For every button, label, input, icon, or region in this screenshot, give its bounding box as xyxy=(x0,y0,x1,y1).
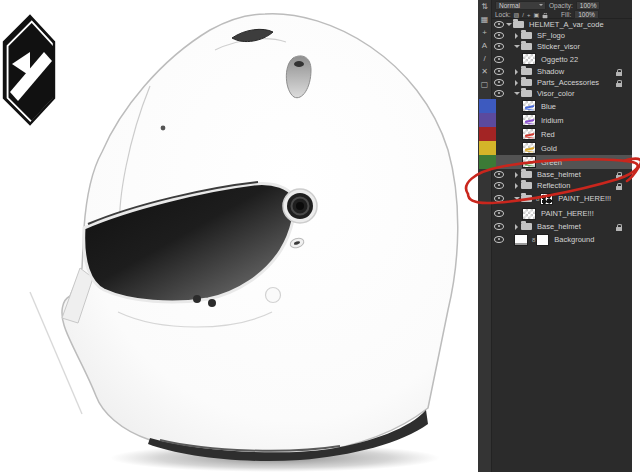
folder-icon xyxy=(521,43,532,50)
layer-row-blue[interactable]: Blue xyxy=(492,99,632,113)
layer-row-iridium[interactable]: Iridium xyxy=(492,113,632,127)
lock-transparency-icon[interactable]: ▨ xyxy=(514,11,520,18)
expand-arrow-icon[interactable] xyxy=(513,33,520,39)
layer-name[interactable]: SF_logo xyxy=(537,31,565,40)
layer-thumbnail[interactable] xyxy=(522,114,536,126)
layer-group-row-visor-color[interactable]: Visor_color xyxy=(492,88,632,99)
expand-arrow-icon[interactable] xyxy=(513,172,520,178)
layer-thumbnail[interactable] xyxy=(522,128,536,140)
layer-name[interactable]: Parts_Accessories xyxy=(537,78,599,87)
fill-value[interactable]: 100% xyxy=(574,10,599,19)
layer-row-gold[interactable]: Gold xyxy=(492,141,632,155)
dock-icon-5[interactable]: / xyxy=(478,52,491,65)
visibility-toggle[interactable] xyxy=(493,52,505,66)
layer-group-row-paint-here-[interactable]: 8PAINT_HERE!!! xyxy=(492,191,632,206)
layers-toolbar: Normal Opacity: 100% Lock: ▨ / + ▣ Fill:… xyxy=(492,0,632,19)
visibility-toggle[interactable] xyxy=(493,77,505,88)
thumb-scribble xyxy=(525,108,533,110)
mask-thumbnail[interactable] xyxy=(536,234,549,246)
folder-icon xyxy=(521,32,532,39)
layer-group-row-base-helmet[interactable]: Base_helmet xyxy=(492,221,632,232)
visibility-toggle[interactable] xyxy=(493,206,505,221)
layer-color-label xyxy=(479,99,496,113)
blend-mode-select[interactable]: Normal xyxy=(495,1,546,10)
layer-name[interactable]: Visor_color xyxy=(537,89,574,98)
layer-name[interactable]: PAINT_HERE!!! xyxy=(558,194,611,203)
layer-name[interactable]: Background xyxy=(554,235,594,244)
layer-name[interactable]: HELMET_A_var_code xyxy=(529,20,604,29)
layer-name[interactable]: Base_helmet xyxy=(537,170,581,179)
layer-group-row-sticker-visor[interactable]: Sticker_visor xyxy=(492,41,632,52)
layer-name[interactable]: Green xyxy=(541,158,562,167)
layer-group-row-base-helmet[interactable]: Base_helmet xyxy=(492,169,632,180)
lock-icon xyxy=(616,80,622,86)
visibility-toggle[interactable] xyxy=(493,169,505,180)
expand-arrow-icon[interactable] xyxy=(513,80,520,86)
layers-panel: Normal Opacity: 100% Lock: ▨ / + ▣ Fill:… xyxy=(492,0,632,472)
layer-name[interactable]: PAINT_HERE!!! xyxy=(541,209,594,218)
lock-position-icon[interactable]: + xyxy=(527,12,531,18)
lock-artboard-icon[interactable]: ▣ xyxy=(533,11,539,18)
layer-name[interactable]: Iridium xyxy=(541,116,564,125)
layer-name[interactable]: Reflection xyxy=(537,181,570,190)
layer-group-row-reflection[interactable]: Reflection xyxy=(492,180,632,191)
opacity-value[interactable]: 100% xyxy=(576,1,601,10)
dock-icon-6[interactable]: ✕ xyxy=(478,65,491,78)
lock-pixels-icon[interactable]: / xyxy=(522,12,524,18)
layer-group-row-helmet-a-var-code[interactable]: HELMET_A_var_code xyxy=(492,19,632,30)
visibility-toggle[interactable] xyxy=(493,19,505,30)
collapse-arrow-icon[interactable] xyxy=(513,194,520,203)
layer-row-background[interactable]: 8Background xyxy=(492,232,632,247)
lock-icon xyxy=(616,172,622,178)
dock-icon-3[interactable]: + xyxy=(478,26,491,39)
layer-row-red[interactable]: Red xyxy=(492,127,632,141)
visibility-toggle[interactable] xyxy=(493,66,505,77)
layer-thumbnail[interactable] xyxy=(514,234,528,246)
dock-icon-1[interactable]: ⇅ xyxy=(478,0,491,13)
layer-thumbnail[interactable] xyxy=(522,100,536,112)
layer-name[interactable]: Blue xyxy=(541,102,556,111)
layer-name[interactable]: Red xyxy=(541,130,555,139)
thumb-scribble xyxy=(525,164,533,166)
layer-group-row-sf-logo[interactable]: SF_logo xyxy=(492,30,632,41)
layer-name[interactable]: Gold xyxy=(541,144,557,153)
visibility-toggle[interactable] xyxy=(493,41,505,52)
layer-thumbnail[interactable] xyxy=(522,156,536,168)
layer-row-paint-here-[interactable]: PAINT_HERE!!! xyxy=(492,206,632,221)
expand-arrow-icon[interactable] xyxy=(513,183,520,189)
fill-label: Fill: xyxy=(561,11,571,18)
layer-name[interactable]: Sticker_visor xyxy=(537,42,580,51)
layer-name[interactable]: Oggetto 22 xyxy=(541,55,578,64)
dock-icon-4[interactable]: A xyxy=(478,39,491,52)
layer-thumbnail[interactable] xyxy=(522,142,536,154)
layers-list: HELMET_A_var_codeSF_logoSticker_visorOgg… xyxy=(492,19,632,247)
dock-icon-7[interactable]: ▢ xyxy=(478,78,491,91)
layer-name[interactable]: Base_helmet xyxy=(537,222,581,231)
visibility-toggle[interactable] xyxy=(493,232,505,247)
layer-thumbnail[interactable] xyxy=(522,208,536,220)
visibility-toggle[interactable] xyxy=(493,191,505,206)
side-button xyxy=(266,288,281,303)
visibility-toggle[interactable] xyxy=(493,30,505,41)
visibility-toggle[interactable] xyxy=(493,180,505,191)
eye-icon xyxy=(494,236,504,243)
document-canvas[interactable] xyxy=(0,0,478,472)
layer-name[interactable]: Shadow xyxy=(537,67,564,76)
layer-row-oggetto-22[interactable]: Oggetto 22 xyxy=(492,52,632,66)
layer-group-row-shadow[interactable]: Shadow xyxy=(492,66,632,77)
layer-thumbnail[interactable] xyxy=(522,53,536,65)
dock-icon-2[interactable]: ▦ xyxy=(478,13,491,26)
collapse-arrow-icon[interactable] xyxy=(513,42,520,51)
collapse-arrow-icon[interactable] xyxy=(505,20,512,29)
eye-icon xyxy=(494,210,504,217)
lock-icon xyxy=(616,224,622,230)
visibility-toggle[interactable] xyxy=(493,88,505,99)
visibility-toggle[interactable] xyxy=(493,221,505,232)
expand-arrow-icon[interactable] xyxy=(513,69,520,75)
expand-arrow-icon[interactable] xyxy=(513,224,520,230)
mask-thumbnail[interactable] xyxy=(540,193,553,205)
collapse-arrow-icon[interactable] xyxy=(513,89,520,98)
lock-all-icon[interactable] xyxy=(543,12,548,17)
layer-group-row-parts-accessories[interactable]: Parts_Accessories xyxy=(492,77,632,88)
layer-row-green[interactable]: Green xyxy=(492,155,632,169)
